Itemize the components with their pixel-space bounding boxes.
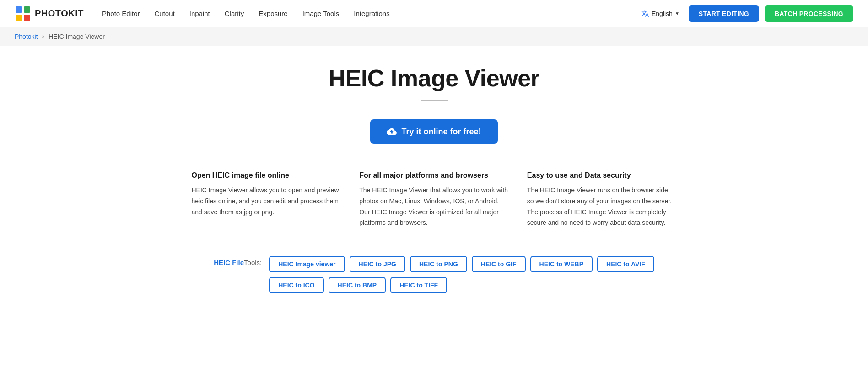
breadcrumb-current: HEIC Image Viewer bbox=[49, 33, 105, 40]
tools-label-rest: Tools: bbox=[244, 259, 262, 266]
breadcrumb: Photokit > HEIC Image Viewer bbox=[0, 27, 868, 46]
navbar-right: English ▼ START EDITING BATCH PROCESSING bbox=[637, 5, 853, 22]
navbar: PHOTOKIT Photo Editor Cutout Inpaint Cla… bbox=[0, 0, 868, 27]
feature-3-title: Easy to use and Data security bbox=[527, 171, 677, 180]
nav-photo-editor[interactable]: Photo Editor bbox=[102, 10, 140, 17]
tools-row-2: HEIC to ICO HEIC to BMP HEIC to TIFF bbox=[269, 277, 447, 293]
nav-links: Photo Editor Cutout Inpaint Clarity Expo… bbox=[102, 10, 637, 17]
logo-icon bbox=[15, 5, 31, 22]
tools-row-1: HEIC Image viewer HEIC to JPG HEIC to PN… bbox=[269, 256, 654, 272]
features-grid: Open HEIC image file online HEIC Image V… bbox=[192, 171, 677, 228]
tools-grid: HEIC Image viewer HEIC to JPG HEIC to PN… bbox=[269, 256, 654, 293]
feature-2-desc: The HEIC Image Viewer that allows you to… bbox=[359, 185, 509, 228]
nav-clarity[interactable]: Clarity bbox=[225, 10, 244, 17]
tool-heic-to-tiff[interactable]: HEIC to TIFF bbox=[390, 277, 447, 293]
svg-rect-0 bbox=[16, 6, 22, 13]
tool-heic-image-viewer[interactable]: HEIC Image viewer bbox=[269, 256, 345, 272]
svg-rect-3 bbox=[24, 15, 30, 21]
tools-section: HEIC File Tools: HEIC Image viewer HEIC … bbox=[192, 256, 677, 293]
logo-link[interactable]: PHOTOKIT bbox=[15, 5, 84, 22]
tools-label: HEIC File Tools: bbox=[214, 256, 262, 266]
feature-2: For all major platforms and browsers The… bbox=[359, 171, 509, 228]
try-online-button[interactable]: Try it online for free! bbox=[370, 119, 497, 144]
nav-inpaint[interactable]: Inpaint bbox=[189, 10, 210, 17]
svg-rect-1 bbox=[24, 6, 30, 13]
tool-heic-to-gif[interactable]: HEIC to GIF bbox=[472, 256, 526, 272]
title-divider bbox=[421, 100, 448, 101]
nav-exposure[interactable]: Exposure bbox=[259, 10, 287, 17]
nav-cutout[interactable]: Cutout bbox=[155, 10, 175, 17]
language-label: English bbox=[652, 10, 673, 17]
upload-cloud-icon bbox=[387, 127, 397, 137]
feature-3: Easy to use and Data security The HEIC I… bbox=[527, 171, 677, 228]
start-editing-button[interactable]: START EDITING bbox=[689, 5, 759, 22]
tool-heic-to-jpg[interactable]: HEIC to JPG bbox=[350, 256, 405, 272]
nav-image-tools[interactable]: Image Tools bbox=[302, 10, 340, 17]
nav-integrations[interactable]: Integrations bbox=[354, 10, 389, 17]
main-content: HEIC Image Viewer Try it online for free… bbox=[183, 46, 686, 321]
tool-heic-to-webp[interactable]: HEIC to WEBP bbox=[530, 256, 593, 272]
tool-heic-to-avif[interactable]: HEIC to AVIF bbox=[597, 256, 654, 272]
batch-processing-button[interactable]: BATCH PROCESSING bbox=[765, 5, 853, 22]
feature-1-desc: HEIC Image Viewer allows you to open and… bbox=[192, 185, 341, 218]
svg-rect-2 bbox=[16, 15, 22, 21]
logo-text: PHOTOKIT bbox=[35, 8, 84, 19]
tool-heic-to-bmp[interactable]: HEIC to BMP bbox=[329, 277, 386, 293]
breadcrumb-separator: > bbox=[42, 33, 45, 40]
feature-2-title: For all major platforms and browsers bbox=[359, 171, 509, 180]
language-selector[interactable]: English ▼ bbox=[637, 7, 683, 21]
tool-heic-to-png[interactable]: HEIC to PNG bbox=[410, 256, 467, 272]
chevron-down-icon: ▼ bbox=[675, 11, 679, 16]
tool-heic-to-ico[interactable]: HEIC to ICO bbox=[269, 277, 323, 293]
tools-label-heic: HEIC File bbox=[214, 259, 244, 266]
breadcrumb-home[interactable]: Photokit bbox=[15, 33, 38, 40]
try-button-label: Try it online for free! bbox=[401, 127, 481, 137]
feature-1-title: Open HEIC image file online bbox=[192, 171, 341, 180]
translate-icon bbox=[641, 10, 649, 18]
feature-3-desc: The HEIC Image Viewer runs on the browse… bbox=[527, 185, 677, 228]
feature-1: Open HEIC image file online HEIC Image V… bbox=[192, 171, 341, 228]
page-title: HEIC Image Viewer bbox=[192, 64, 677, 92]
